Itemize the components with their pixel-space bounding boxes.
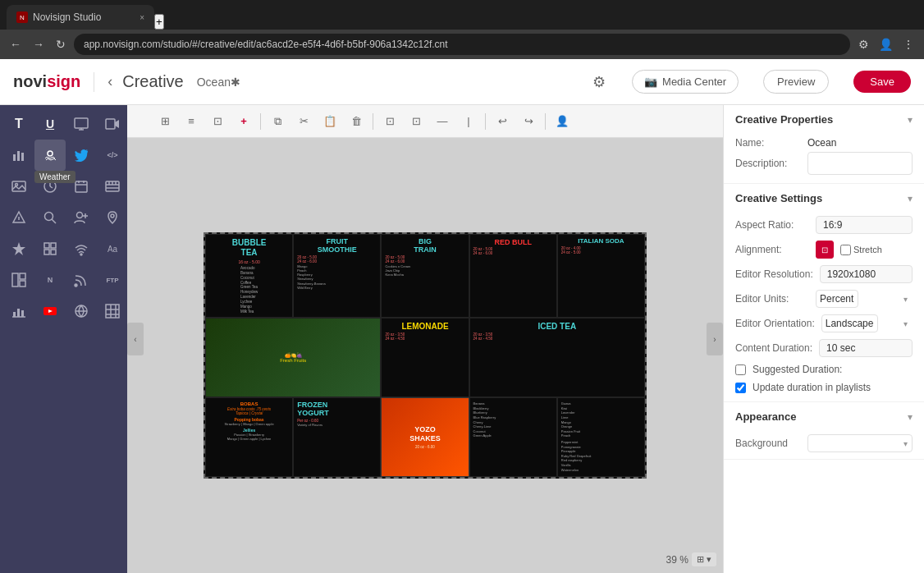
underline-tool-btn[interactable]: U: [34, 108, 66, 140]
align-center-h-btn[interactable]: —: [431, 110, 454, 133]
appearance-title: Appearance: [735, 410, 796, 423]
reload-btn[interactable]: ↻: [53, 34, 69, 54]
chart-tool-btn[interactable]: [3, 296, 34, 327]
content-duration-field: Content Duration: 10 sec: [724, 336, 924, 360]
svg-point-37: [80, 254, 82, 255]
location-tool-btn[interactable]: [97, 202, 127, 233]
update-duration-checkbox[interactable]: [735, 383, 746, 393]
star-tool-btn[interactable]: [3, 233, 34, 264]
new-tab-btn[interactable]: +: [154, 14, 164, 30]
settings-gear-btn[interactable]: ⚙: [592, 73, 606, 91]
image-tool-btn[interactable]: [3, 171, 34, 202]
paste-btn[interactable]: 📋: [318, 110, 341, 133]
back-arrow-btn[interactable]: ‹: [107, 73, 112, 90]
suggested-duration-checkbox[interactable]: [735, 364, 746, 375]
crop-btn[interactable]: ⊡: [206, 110, 229, 133]
creative-properties-header[interactable]: Creative Properties ▾: [724, 105, 924, 134]
globe-tool-btn[interactable]: [66, 296, 97, 327]
align-top-left-btn[interactable]: ⊡: [816, 241, 834, 259]
creative-properties-title: Creative Properties: [735, 113, 833, 126]
svg-rect-38: [12, 273, 18, 286]
creative-name-label: Ocean✱: [197, 76, 240, 89]
zoom-percent: 39 %: [666, 554, 688, 566]
display-tool-btn[interactable]: [66, 108, 97, 140]
add-element-btn[interactable]: +: [232, 110, 255, 133]
weather-tooltip: Weather: [34, 171, 75, 183]
weather-tool-btn[interactable]: Weather: [34, 140, 66, 171]
creative-properties-section: Creative Properties ▾ Name: Ocean Descri…: [724, 105, 924, 184]
menu-btn[interactable]: ⋮: [899, 34, 917, 54]
canvas-frame: BUBBLETEA 16 oz - 5.00 AvocadoBananaCoco…: [204, 232, 647, 479]
preview-label: Preview: [777, 76, 815, 88]
browser-tab[interactable]: N Novisign Studio ×: [7, 5, 154, 30]
svg-point-41: [75, 284, 77, 286]
stretch-checkbox[interactable]: [840, 245, 851, 255]
wifi-tool-btn[interactable]: [66, 233, 97, 264]
movie-tool-btn[interactable]: [97, 171, 127, 202]
delete-btn[interactable]: 🗑: [345, 110, 368, 133]
alignment-label: Alignment:: [735, 244, 809, 255]
send-back-btn[interactable]: ⊡: [378, 110, 401, 133]
address-bar[interactable]: app.novisign.com/studio/#/creative/edit/…: [74, 34, 850, 55]
ftp-tool-btn[interactable]: FTP: [97, 264, 127, 296]
save-btn[interactable]: Save: [853, 71, 911, 93]
svg-point-8: [48, 151, 53, 156]
editor-orientation-select[interactable]: Landscape Portrait: [821, 314, 878, 332]
undo-btn[interactable]: ↩: [491, 110, 514, 133]
grid-view-btn[interactable]: ⊞: [153, 110, 176, 133]
html-tool-btn[interactable]: </>: [97, 140, 127, 171]
user-add-tool-btn[interactable]: [66, 202, 97, 233]
youtube-tool-btn[interactable]: [34, 296, 66, 327]
editor-units-select[interactable]: Percent Pixels: [816, 290, 858, 308]
copy-btn[interactable]: ⧉: [266, 110, 289, 133]
svg-rect-6: [17, 151, 20, 161]
text-tool-btn[interactable]: T: [3, 108, 34, 140]
editor-units-field: Editor Units: Percent Pixels: [724, 286, 924, 311]
media-center-label: Media Center: [662, 76, 726, 88]
description-input[interactable]: [807, 152, 913, 175]
profile-btn[interactable]: 👤: [876, 34, 896, 54]
text2-tool-btn[interactable]: Aa: [97, 233, 127, 264]
redo-btn[interactable]: ↪: [517, 110, 540, 133]
extensions-btn[interactable]: ⚙: [855, 34, 872, 54]
search-tool-btn[interactable]: [34, 202, 66, 233]
forward-btn[interactable]: →: [30, 34, 48, 54]
media-center-btn[interactable]: 📷 Media Center: [632, 70, 739, 94]
aspect-ratio-value: 16:9: [816, 216, 913, 234]
back-btn[interactable]: ←: [7, 34, 25, 54]
video-tool-btn[interactable]: [97, 108, 127, 140]
canvas-container[interactable]: BUBBLETEA 16 oz - 5.00 AvocadoBananaCoco…: [127, 138, 723, 573]
url-text: app.novisign.com/studio/#/creative/edit/…: [84, 39, 448, 50]
creative-settings-header[interactable]: Creative Settings ▾: [724, 184, 924, 213]
table-tool-btn[interactable]: [97, 296, 127, 327]
preview-btn[interactable]: Preview: [763, 70, 829, 94]
timer-tool-btn[interactable]: [3, 202, 34, 233]
zoom-options-btn[interactable]: ⊞ ▾: [692, 552, 716, 566]
svg-rect-7: [21, 153, 24, 161]
bring-front-btn[interactable]: ⊡: [405, 110, 428, 133]
svg-rect-42: [13, 312, 16, 317]
tools-sidebar: T U Weather </>: [0, 105, 127, 573]
appearance-section: Appearance ▾ Background Color Image: [724, 402, 924, 460]
user-settings-btn[interactable]: 👤: [551, 110, 574, 133]
align-center-v-btn[interactable]: |: [457, 110, 480, 133]
rss-tool-btn[interactable]: [66, 264, 97, 296]
canvas-toolbar: ‹ ⊞ ≡ ⊡ + ⧉ ✂ 📋 🗑 ⊡ ⊡ — | ↩ ↪ 👤: [127, 105, 723, 138]
right-panel-collapse-btn[interactable]: ›: [707, 323, 723, 355]
workspace: T U Weather </>: [0, 105, 924, 573]
cut-btn[interactable]: ✂: [292, 110, 315, 133]
zoom-control: 39 % ⊞ ▾: [666, 552, 716, 566]
svg-rect-39: [20, 273, 25, 279]
twitter-tool-btn[interactable]: [66, 140, 97, 171]
tab-close-btn[interactable]: ×: [140, 13, 144, 22]
multizone-tool-btn[interactable]: [3, 264, 34, 296]
widget-tool-btn[interactable]: [34, 233, 66, 264]
news-tool-btn[interactable]: N: [34, 264, 66, 296]
left-panel-collapse-btn[interactable]: ‹: [127, 323, 144, 355]
editor-units-label: Editor Units:: [735, 293, 809, 305]
canvas-area: ‹ ⊞ ≡ ⊡ + ⧉ ✂ 📋 🗑 ⊡ ⊡ — | ↩ ↪ 👤: [127, 105, 723, 573]
align-btn[interactable]: ≡: [180, 110, 203, 133]
stats-tool-btn[interactable]: [3, 140, 34, 171]
appearance-header[interactable]: Appearance ▾: [724, 402, 924, 431]
background-select[interactable]: Color Image: [807, 434, 913, 452]
